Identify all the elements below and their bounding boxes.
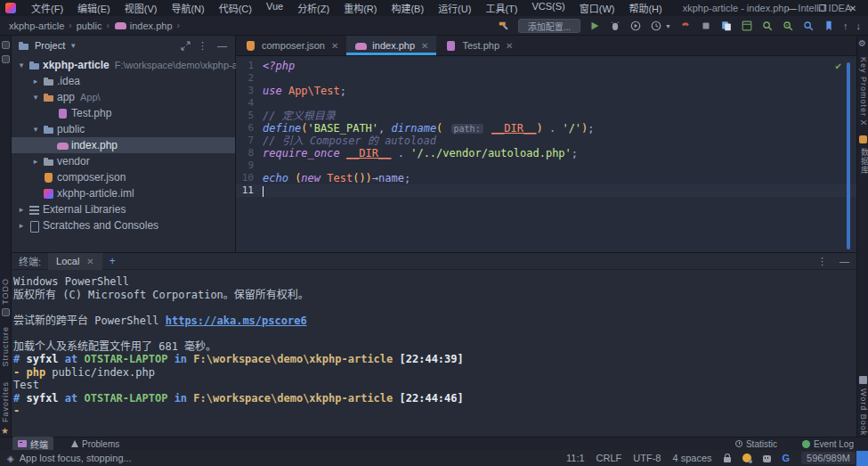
menu-item--r-[interactable]: 重构(R) xyxy=(337,0,383,16)
breadcrumb-item-index-php[interactable]: index.php xyxy=(114,20,173,31)
navigate-forward-icon[interactable]: ↓ xyxy=(856,20,862,32)
tool-window-button--[interactable]: 终端 xyxy=(12,437,53,452)
menu-item--w-[interactable]: 窗口(W) xyxy=(573,0,621,16)
tree-item-vendor[interactable]: ▸vendor xyxy=(12,153,235,169)
close-icon[interactable]: ✕ xyxy=(838,0,868,16)
project-view-selector[interactable]: Project xyxy=(35,40,65,51)
menu-item--h-[interactable]: 帮助(H) xyxy=(622,0,668,16)
hide-panel-icon[interactable]: — xyxy=(215,40,230,51)
tree-item--idea[interactable]: ▸.idea xyxy=(12,73,235,89)
profiler-icon[interactable] xyxy=(650,20,662,32)
caret-position[interactable]: 11:1 xyxy=(566,453,585,463)
menu-item-vcs-s-[interactable]: VCS(S) xyxy=(525,0,571,16)
profiler-dropdown-icon[interactable]: ▼ xyxy=(665,23,671,29)
tool-window-icon[interactable] xyxy=(741,20,753,32)
close-icon[interactable]: ✕ xyxy=(506,41,513,51)
bookmark-icon[interactable] xyxy=(823,20,835,32)
inspections-ok-icon[interactable]: ✔ xyxy=(835,61,842,71)
breadcrumb-item-public[interactable]: public xyxy=(77,20,102,31)
terminal-link[interactable]: https://aka.ms/pscore6 xyxy=(166,315,307,327)
more-options-icon[interactable]: ⋮ xyxy=(817,256,827,267)
debug-icon[interactable] xyxy=(609,20,621,32)
menu-item--c-[interactable]: 代码(C) xyxy=(213,0,258,16)
menu-item--t-[interactable]: 工具(T) xyxy=(479,0,523,16)
menu-item--z-[interactable]: 分析(Z) xyxy=(291,0,336,16)
lock-icon[interactable] xyxy=(724,457,731,462)
build-hammer-icon[interactable] xyxy=(498,20,510,32)
menu-item--e-[interactable]: 编辑(E) xyxy=(71,0,117,16)
minimize-icon[interactable]: — xyxy=(777,0,807,16)
chevron-expanded-icon[interactable]: ▾ xyxy=(29,93,42,102)
menu-item--n-[interactable]: 导航(N) xyxy=(165,0,210,16)
tool-window-button-statistic[interactable]: Statistic xyxy=(730,438,783,450)
menu-item--v-[interactable]: 视图(V) xyxy=(118,0,164,16)
close-icon[interactable]: ✕ xyxy=(86,257,93,266)
tree-item-scratches-and-consoles[interactable]: ▸Scratches and Consoles xyxy=(12,217,235,233)
editor-tab-index-php[interactable]: index.php✕ xyxy=(346,36,436,55)
terminal-output[interactable]: Windows PowerShell版权所有 (C) Microsoft Cor… xyxy=(12,270,856,418)
menu-item--f-[interactable]: 文件(F) xyxy=(25,0,69,16)
tree-item-public[interactable]: ▾public xyxy=(12,121,235,137)
tool-window-button-problems[interactable]: Problems xyxy=(66,437,125,452)
more-options-icon[interactable]: ⋮ xyxy=(195,40,210,52)
run-coverage-icon[interactable] xyxy=(629,20,642,32)
tool-window-key-promoter[interactable]: Key Promoter X xyxy=(859,57,868,127)
database-icon[interactable] xyxy=(859,135,867,143)
search-replace-icon[interactable] xyxy=(782,20,794,32)
translate-robot-icon[interactable] xyxy=(763,455,771,462)
tree-item-test-php[interactable]: Test.php xyxy=(12,105,235,121)
search-icon[interactable] xyxy=(761,20,774,32)
attach-debugger-phone-icon[interactable] xyxy=(679,20,692,32)
tool-window-icon[interactable] xyxy=(2,55,10,63)
tool-window-button-event-log[interactable]: Event Log xyxy=(797,438,859,450)
chevron-down-icon[interactable]: ▼ xyxy=(69,42,77,50)
tool-window-database[interactable]: 数据库 xyxy=(859,148,868,175)
google-icon[interactable]: G xyxy=(783,453,791,463)
editor-tab-composer-json[interactable]: composer.json✕ xyxy=(236,36,346,55)
hide-panel-icon[interactable]: — xyxy=(840,256,849,267)
chevron-collapsed-icon[interactable]: ▸ xyxy=(29,157,42,166)
tree-item-index-php[interactable]: index.php xyxy=(12,137,235,153)
chevron-collapsed-icon[interactable]: ▸ xyxy=(15,221,28,230)
chevron-collapsed-icon[interactable]: ▸ xyxy=(29,77,42,86)
star-icon[interactable]: ★ xyxy=(1,426,9,436)
tree-item-composer-json[interactable]: composer.json xyxy=(12,169,235,185)
tree-item-xkphp-article[interactable]: ▾xkphp-articleF:\workspace\demo\xkphp-ar… xyxy=(12,57,235,73)
run-configuration-selector[interactable]: 添加配置... xyxy=(518,19,580,33)
tool-window-icon[interactable] xyxy=(2,41,10,49)
restore-icon[interactable]: ❐ xyxy=(807,0,838,16)
run-icon[interactable] xyxy=(588,20,601,32)
copy-settings-icon[interactable] xyxy=(720,20,733,32)
tool-window-favorites[interactable]: Favorites xyxy=(1,381,10,422)
tool-window-word-book[interactable]: Word Book xyxy=(859,388,868,436)
memory-indicator[interactable]: 596/989M xyxy=(801,452,856,464)
code-editor[interactable]: 1<?php23use App\Test;45// 定义根目录6define('… xyxy=(236,60,856,197)
notification-gear-icon[interactable] xyxy=(742,454,751,462)
tool-window-icon[interactable] xyxy=(2,308,10,316)
resize-grip[interactable] xyxy=(856,451,868,466)
tree-item-external-libraries[interactable]: ▸External Libraries xyxy=(12,201,235,217)
terminal-tab-local[interactable]: Local ✕ xyxy=(48,253,102,270)
tool-window-todo[interactable]: TODO xyxy=(1,278,10,305)
tool-window-structure[interactable]: Structure xyxy=(1,326,10,367)
editor-scrollbar[interactable] xyxy=(847,62,850,249)
file-encoding[interactable]: UTF-8 xyxy=(633,453,661,463)
close-icon[interactable]: ✕ xyxy=(331,41,338,51)
editor-tab-test-php[interactable]: Test.php✕ xyxy=(436,36,521,55)
tree-item-xkphp-article-iml[interactable]: xkphp-article.iml xyxy=(12,185,235,201)
new-terminal-icon[interactable]: + xyxy=(110,255,116,267)
chevron-expanded-icon[interactable]: ▾ xyxy=(29,125,42,134)
chevron-collapsed-icon[interactable]: ▸ xyxy=(15,205,28,214)
menu-item-vue[interactable]: Vue xyxy=(260,0,289,16)
gear-icon[interactable]: ⚙ xyxy=(858,38,866,48)
indent-setting[interactable]: 4 spaces xyxy=(672,453,711,463)
close-icon[interactable]: ✕ xyxy=(421,41,428,51)
search-everywhere-icon[interactable] xyxy=(802,20,815,32)
menu-item--b-[interactable]: 构建(B) xyxy=(385,0,430,16)
book-icon[interactable] xyxy=(859,376,867,384)
tree-item-app[interactable]: ▾appApp\ xyxy=(12,89,235,105)
line-ending[interactable]: CRLF xyxy=(596,453,622,463)
chevron-expanded-icon[interactable]: ▾ xyxy=(15,61,28,69)
breadcrumb-item-xkphp-article[interactable]: xkphp-article xyxy=(9,20,64,31)
expand-collapse-icon[interactable] xyxy=(181,41,191,51)
